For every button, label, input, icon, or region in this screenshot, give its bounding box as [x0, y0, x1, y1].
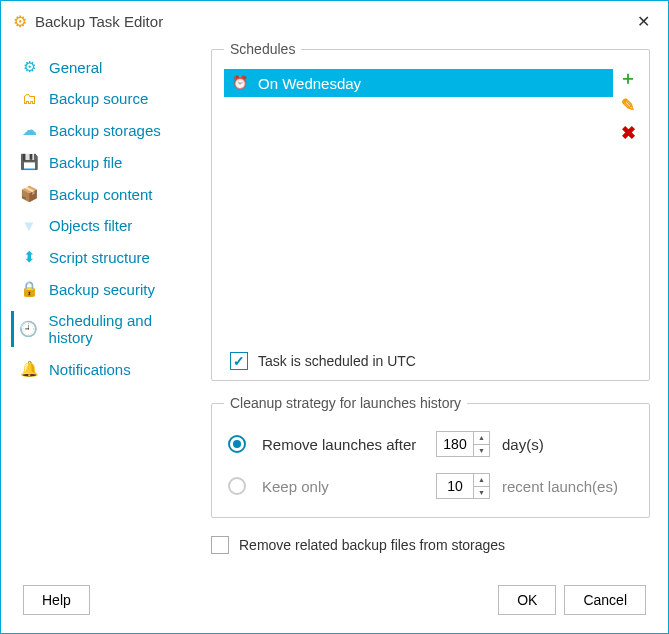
- gear-icon: ⚙: [13, 12, 27, 31]
- nav-backup-storages-icon: ☁: [19, 121, 39, 139]
- sidebar-item-label: Objects filter: [49, 217, 132, 234]
- nav-backup-content[interactable]: 📦Backup content: [1, 178, 211, 210]
- nav-general[interactable]: ⚙General: [1, 51, 211, 83]
- edit-schedule-icon[interactable]: ✎: [621, 97, 635, 114]
- delete-schedule-icon[interactable]: ✖: [621, 124, 636, 142]
- cancel-button[interactable]: Cancel: [564, 585, 646, 615]
- radio-keep-only[interactable]: [228, 477, 246, 495]
- days-input[interactable]: [437, 432, 473, 456]
- sidebar-item-label: Backup source: [49, 90, 148, 107]
- sidebar: ⚙General🗂Backup source☁Backup storages💾B…: [1, 41, 211, 571]
- utc-row: Task is scheduled in UTC: [224, 352, 637, 370]
- utc-label: Task is scheduled in UTC: [258, 353, 416, 369]
- nav-backup-file-icon: 💾: [19, 153, 39, 171]
- nav-backup-source[interactable]: 🗂Backup source: [1, 83, 211, 114]
- radio-remove-after[interactable]: [228, 435, 246, 453]
- sidebar-item-label: Notifications: [49, 361, 131, 378]
- cleanup-group: Cleanup strategy for launches history Re…: [211, 395, 650, 518]
- schedules-group: Schedules ⏰ On Wednesday ＋ ✎ ✖: [211, 41, 650, 381]
- sidebar-item-label: Backup storages: [49, 122, 161, 139]
- remove-related-checkbox[interactable]: [211, 536, 229, 554]
- titlebar: ⚙ Backup Task Editor ✕: [1, 1, 668, 41]
- recent-suffix: recent launch(es): [502, 478, 618, 495]
- nav-backup-content-icon: 📦: [19, 185, 39, 203]
- days-down-icon[interactable]: ▼: [474, 445, 489, 457]
- nav-script-structure[interactable]: ⬍Script structure: [1, 241, 211, 273]
- sidebar-item-label: Script structure: [49, 249, 150, 266]
- nav-backup-storages[interactable]: ☁Backup storages: [1, 114, 211, 146]
- utc-checkbox[interactable]: [230, 352, 248, 370]
- backup-task-editor-window: ⚙ Backup Task Editor ✕ ⚙General🗂Backup s…: [0, 0, 669, 634]
- sidebar-item-label: Backup file: [49, 154, 122, 171]
- schedules-legend: Schedules: [224, 41, 301, 57]
- sidebar-item-label: General: [49, 59, 102, 76]
- days-spinner: ▲ ▼: [436, 431, 490, 457]
- schedule-actions: ＋ ✎ ✖: [613, 69, 637, 344]
- nav-backup-source-icon: 🗂: [19, 90, 39, 107]
- nav-general-icon: ⚙: [19, 58, 39, 76]
- clock-icon: ⏰: [232, 75, 250, 91]
- keep-only-label: Keep only: [262, 478, 432, 495]
- sidebar-item-label: Scheduling and history: [49, 312, 197, 346]
- main-panel: Schedules ⏰ On Wednesday ＋ ✎ ✖: [211, 41, 668, 571]
- sidebar-item-label: Backup security: [49, 281, 155, 298]
- recent-spinner: ▲ ▼: [436, 473, 490, 499]
- sidebar-item-label: Backup content: [49, 186, 152, 203]
- add-schedule-icon[interactable]: ＋: [619, 69, 637, 87]
- nav-scheduling-icon: 🕘: [19, 320, 39, 338]
- window-title: Backup Task Editor: [35, 13, 631, 30]
- recent-input[interactable]: [437, 474, 473, 498]
- remove-after-label: Remove launches after: [262, 436, 432, 453]
- help-button[interactable]: Help: [23, 585, 90, 615]
- schedule-row[interactable]: ⏰ On Wednesday: [224, 69, 613, 97]
- nav-objects-filter-icon: ▼: [19, 217, 39, 234]
- close-icon[interactable]: ✕: [631, 10, 656, 33]
- recent-up-icon[interactable]: ▲: [474, 474, 489, 487]
- nav-backup-security-icon: 🔒: [19, 280, 39, 298]
- cleanup-option-remove-after: Remove launches after ▲ ▼ day(s): [224, 423, 637, 465]
- nav-notifications-icon: 🔔: [19, 360, 39, 378]
- days-suffix: day(s): [502, 436, 544, 453]
- footer: Help OK Cancel: [1, 571, 668, 633]
- nav-backup-security[interactable]: 🔒Backup security: [1, 273, 211, 305]
- window-body: ⚙General🗂Backup source☁Backup storages💾B…: [1, 41, 668, 571]
- remove-related-label: Remove related backup files from storage…: [239, 537, 505, 553]
- schedule-row-text: On Wednesday: [258, 75, 361, 92]
- nav-script-structure-icon: ⬍: [19, 248, 39, 266]
- schedules-list[interactable]: ⏰ On Wednesday: [224, 69, 613, 344]
- days-up-icon[interactable]: ▲: [474, 432, 489, 445]
- ok-button[interactable]: OK: [498, 585, 556, 615]
- remove-related-row: Remove related backup files from storage…: [211, 532, 650, 554]
- nav-scheduling[interactable]: 🕘Scheduling and history: [1, 305, 211, 353]
- nav-objects-filter[interactable]: ▼Objects filter: [1, 210, 211, 241]
- recent-down-icon[interactable]: ▼: [474, 487, 489, 499]
- cleanup-legend: Cleanup strategy for launches history: [224, 395, 467, 411]
- nav-notifications[interactable]: 🔔Notifications: [1, 353, 211, 385]
- schedules-list-wrap: ⏰ On Wednesday ＋ ✎ ✖: [224, 69, 637, 344]
- nav-backup-file[interactable]: 💾Backup file: [1, 146, 211, 178]
- cleanup-option-keep-only: Keep only ▲ ▼ recent launch(es): [224, 465, 637, 507]
